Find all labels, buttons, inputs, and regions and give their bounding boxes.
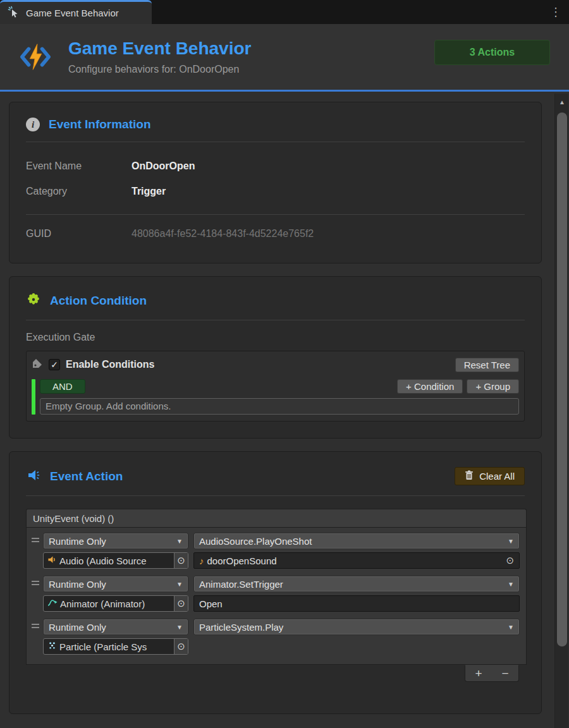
divider	[26, 495, 525, 496]
divider	[26, 214, 525, 215]
category-label: Category	[26, 186, 132, 197]
add-condition-button[interactable]: + Condition	[397, 379, 463, 394]
event-action-heading: Event Action	[50, 470, 446, 483]
group-operator-button[interactable]: AND	[40, 379, 85, 394]
kebab-menu-icon[interactable]: ⋮	[550, 5, 560, 19]
drag-handle-icon[interactable]	[32, 624, 39, 628]
target-object-field[interactable]: Animator (Animator)⊙	[43, 595, 188, 612]
enable-conditions-checkbox[interactable]: ✓	[49, 359, 60, 370]
tag-icon	[32, 358, 43, 372]
tab-bar: Game Event Behavior ⋮	[0, 0, 569, 24]
click-pointer-icon	[8, 6, 20, 20]
group-color-bar	[32, 379, 35, 415]
scrollbar-thumb[interactable]	[557, 112, 567, 646]
code-lightning-icon	[19, 40, 52, 73]
divider	[26, 320, 525, 320]
enable-conditions-label: Enable Conditions	[66, 359, 450, 370]
chevron-down-icon: ▼	[508, 624, 514, 631]
puzzle-icon	[26, 292, 41, 310]
call-state-dropdown[interactable]: Runtime Only▼	[43, 576, 188, 592]
event-name-row: Event Name OnDoorOpen	[26, 154, 525, 179]
add-row-button[interactable]: +	[475, 667, 482, 679]
empty-group-message: Empty Group. Add conditions.	[40, 398, 519, 415]
drag-handle-icon[interactable]	[32, 538, 39, 542]
method-dropdown[interactable]: AudioSource.PlayOneShot▼	[193, 533, 520, 549]
object-picker-icon[interactable]: ⊙	[174, 596, 188, 611]
object-picker-icon[interactable]: ⊙	[506, 555, 514, 566]
target-object-field[interactable]: Particle (Particle Sys⊙	[43, 638, 188, 655]
event-name-value: OnDoorOpen	[132, 161, 195, 172]
drag-handle-icon[interactable]	[32, 581, 39, 585]
audio-source-icon	[47, 555, 57, 566]
call-state-dropdown[interactable]: Runtime Only▼	[43, 619, 188, 635]
audio-clip-icon: ♪	[199, 555, 204, 566]
category-row: Category Trigger	[26, 179, 525, 204]
object-picker-icon[interactable]: ⊙	[174, 553, 188, 568]
event-action-card: Event Action Clear All UnityEvent (void)…	[9, 451, 542, 714]
guid-label: GUID	[26, 228, 132, 240]
actions-count-badge: 3 Actions	[434, 40, 550, 65]
condition-tree: ✓ Enable Conditions Reset Tree AND + Con…	[26, 351, 525, 422]
event-information-card: i Event Information Event Name OnDoorOpe…	[9, 102, 542, 264]
scroll-up-arrow[interactable]: ▲	[555, 99, 569, 106]
particle-system-icon	[47, 641, 57, 652]
divider	[26, 142, 525, 142]
guid-value: 48086a4f-fe52-4184-843f-4d5224e765f2	[132, 228, 314, 240]
target-object-field[interactable]: Audio (Audio Source⊙	[43, 552, 188, 569]
unityevent-row: Runtime Only▼AudioSource.PlayOneShot▼Aud…	[43, 533, 520, 569]
remove-row-button[interactable]: −	[501, 667, 508, 679]
trash-icon	[465, 470, 474, 482]
unityevent-row: Runtime Only▼ParticleSystem.Play▼Particl…	[43, 619, 520, 655]
category-value: Trigger	[132, 186, 166, 197]
add-group-button[interactable]: + Group	[467, 379, 519, 394]
chevron-down-icon: ▼	[176, 538, 183, 545]
call-state-dropdown[interactable]: Runtime Only▼	[43, 533, 188, 549]
event-name-label: Event Name	[26, 161, 132, 172]
chevron-down-icon: ▼	[176, 624, 183, 631]
condition-group: AND + Condition + Group Empty Group. Add…	[32, 379, 519, 415]
method-dropdown[interactable]: Animator.SetTrigger▼	[193, 576, 520, 592]
guid-row: GUID 48086a4f-fe52-4184-843f-4d5224e765f…	[26, 221, 525, 246]
chevron-down-icon: ▼	[176, 581, 183, 588]
info-icon: i	[26, 118, 40, 131]
animator-icon	[47, 598, 58, 609]
clear-all-label: Clear All	[479, 471, 515, 482]
action-condition-heading: Action Condition	[50, 294, 525, 308]
object-picker-icon[interactable]: ⊙	[174, 639, 188, 654]
page-title: Game Event Behavior	[68, 39, 418, 59]
unityevent-rows: Runtime Only▼AudioSource.PlayOneShot▼Aud…	[26, 527, 527, 665]
unityevent-row: Runtime Only▼Animator.SetTrigger▼Animato…	[43, 576, 520, 612]
execution-gate-label: Execution Gate	[26, 332, 525, 343]
argument-object-field[interactable]: ♪doorOpenSound⊙	[193, 552, 520, 569]
event-information-heading: Event Information	[49, 118, 525, 131]
inspector-content: i Event Information Event Name OnDoorOpe…	[0, 92, 554, 714]
tab-label: Game Event Behavior	[26, 8, 119, 18]
clear-all-button[interactable]: Clear All	[455, 467, 525, 485]
header: Game Event Behavior Configure behaviors …	[0, 24, 569, 92]
unityevent-header: UnityEvent (void) ()	[26, 509, 527, 527]
chevron-down-icon: ▼	[508, 538, 514, 545]
megaphone-icon	[26, 468, 41, 485]
tab-game-event-behavior[interactable]: Game Event Behavior	[0, 0, 152, 24]
page-subtitle: Configure behaviors for: OnDoorOpen	[68, 64, 418, 75]
chevron-down-icon: ▼	[508, 581, 514, 588]
argument-text-field[interactable]: Open	[193, 595, 520, 612]
vertical-scrollbar[interactable]: ▲	[554, 94, 568, 728]
unityevent-footer: + −	[465, 665, 519, 682]
method-dropdown[interactable]: ParticleSystem.Play▼	[193, 619, 520, 635]
action-condition-card: Action Condition Execution Gate ✓ Enable…	[9, 276, 542, 439]
reset-tree-button[interactable]: Reset Tree	[455, 358, 519, 372]
